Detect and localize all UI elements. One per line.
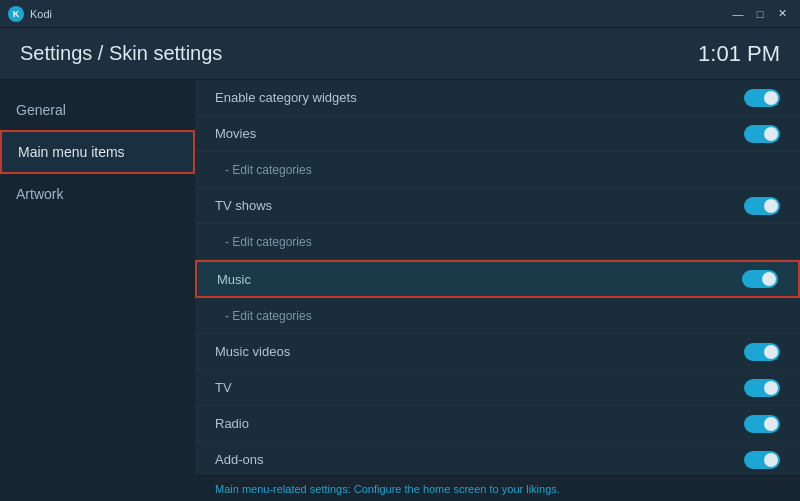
setting-row-music-videos[interactable]: Music videos bbox=[195, 334, 800, 370]
title-bar-controls: — □ ✕ bbox=[728, 6, 792, 22]
toggle-radio[interactable] bbox=[744, 415, 780, 433]
toggle-music-videos[interactable] bbox=[744, 343, 780, 361]
close-button[interactable]: ✕ bbox=[772, 6, 792, 22]
clock: 1:01 PM bbox=[698, 41, 780, 67]
minimize-button[interactable]: — bbox=[728, 6, 748, 22]
maximize-button[interactable]: □ bbox=[750, 6, 770, 22]
sidebar: General Main menu items Artwork bbox=[0, 80, 195, 501]
toggle-tv-shows[interactable] bbox=[744, 197, 780, 215]
sidebar-item-artwork[interactable]: Artwork bbox=[0, 174, 195, 214]
setting-row-movies-edit-categories[interactable]: - Edit categories bbox=[195, 152, 800, 188]
header: Settings / Skin settings 1:01 PM bbox=[0, 28, 800, 80]
page-title: Settings / Skin settings bbox=[20, 42, 222, 65]
setting-row-tv[interactable]: TV bbox=[195, 370, 800, 406]
setting-label: Enable category widgets bbox=[215, 90, 357, 105]
setting-label: Music videos bbox=[215, 344, 290, 359]
setting-label: - Edit categories bbox=[215, 235, 312, 249]
setting-row-music[interactable]: Music bbox=[195, 260, 800, 298]
status-text: Main menu-related settings: Configure th… bbox=[215, 483, 560, 495]
kodi-logo-icon: K bbox=[8, 6, 24, 22]
content-area: Enable category widgets Movies - Edit ca… bbox=[195, 80, 800, 501]
toggle-movies[interactable] bbox=[744, 125, 780, 143]
main-layout: General Main menu items Artwork Enable c… bbox=[0, 80, 800, 501]
title-bar-left: K Kodi bbox=[8, 6, 52, 22]
setting-label: Movies bbox=[215, 126, 256, 141]
setting-row-tv-shows-edit-categories[interactable]: - Edit categories bbox=[195, 224, 800, 260]
setting-label: - Edit categories bbox=[215, 163, 312, 177]
setting-label: Add-ons bbox=[215, 452, 263, 467]
setting-label: TV shows bbox=[215, 198, 272, 213]
setting-row-tv-shows[interactable]: TV shows bbox=[195, 188, 800, 224]
setting-row-movies[interactable]: Movies bbox=[195, 116, 800, 152]
setting-row-music-edit-categories[interactable]: - Edit categories bbox=[195, 298, 800, 334]
setting-label: - Edit categories bbox=[215, 309, 312, 323]
toggle-music[interactable] bbox=[742, 270, 778, 288]
settings-list: Enable category widgets Movies - Edit ca… bbox=[195, 80, 800, 475]
status-bar: Main menu-related settings: Configure th… bbox=[195, 475, 800, 501]
setting-label: Radio bbox=[215, 416, 249, 431]
setting-label: TV bbox=[215, 380, 232, 395]
sidebar-item-general[interactable]: General bbox=[0, 90, 195, 130]
setting-row-add-ons[interactable]: Add-ons bbox=[195, 442, 800, 475]
setting-row-radio[interactable]: Radio bbox=[195, 406, 800, 442]
toggle-tv[interactable] bbox=[744, 379, 780, 397]
sidebar-item-main-menu-items[interactable]: Main menu items bbox=[0, 130, 195, 174]
toggle-enable-category-widgets[interactable] bbox=[744, 89, 780, 107]
title-bar: K Kodi — □ ✕ bbox=[0, 0, 800, 28]
toggle-add-ons[interactable] bbox=[744, 451, 780, 469]
title-bar-app-name: Kodi bbox=[30, 8, 52, 20]
setting-row-enable-category-widgets[interactable]: Enable category widgets bbox=[195, 80, 800, 116]
setting-label: Music bbox=[217, 272, 251, 287]
